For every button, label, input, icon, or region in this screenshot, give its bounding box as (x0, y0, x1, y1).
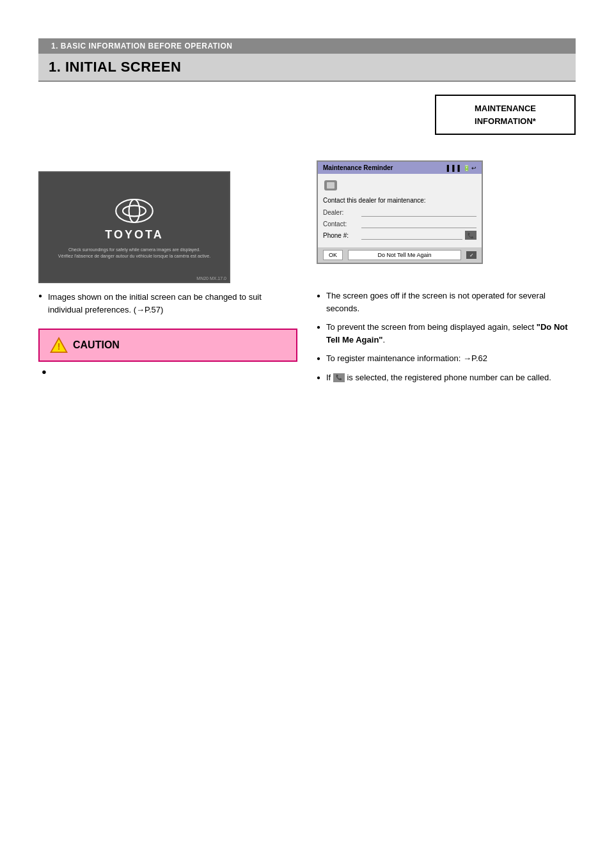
right-bullet-3: To register maintenance information: →P.… (317, 352, 576, 365)
content-area: TOYOTA Check surroundings for safety whi… (38, 95, 576, 384)
right-bullet-4: If 📞 is selected, the registered phone n… (317, 371, 576, 384)
maintenance-info-header: MAINTENANCE INFORMATION* (317, 95, 576, 148)
right-bullet-1: The screen goes off if the screen is not… (317, 290, 576, 314)
contact-label: Contact: (323, 221, 361, 228)
toyota-logo: TOYOTA (105, 195, 163, 242)
right-column: MAINTENANCE INFORMATION* Maintenance Rem… (317, 95, 576, 384)
svg-point-0 (116, 199, 153, 222)
right-bullet-2-suffix: . (383, 335, 386, 345)
left-bullet-text: Images shown on the initial screen can b… (38, 291, 297, 316)
caution-content: ● (38, 367, 297, 376)
caution-bullet: ● (42, 367, 47, 376)
right-bullet-4-suffix: is selected, the registered phone number… (347, 373, 551, 382)
main-title: 1. INITIAL SCREEN (49, 59, 181, 75)
phone-label: Phone #: (323, 232, 361, 239)
right-bullet-1-text: The screen goes off if the screen is not… (326, 291, 546, 313)
maint-screen-footer: OK Do Not Tell Me Again ✓ (318, 247, 482, 263)
maint-reminder-title: Maintenance Reminder (323, 164, 393, 171)
toyota-screen-safety-text2: Vérifiez l'absence de danger autour du v… (45, 253, 223, 260)
left-column: TOYOTA Check surroundings for safety whi… (38, 95, 297, 384)
maint-dealer-field: Dealer: (323, 208, 476, 217)
toyota-logo-svg (115, 195, 154, 227)
signal-bar2: ▌ (452, 165, 456, 171)
right-bullet-2: To prevent the screen from being display… (317, 321, 576, 346)
inline-phone-icon: 📞 (333, 373, 345, 382)
signal-icons: ▌ ▌ ▌ 🔋 ↩ (447, 165, 476, 171)
caution-title: CAUTION (73, 339, 120, 351)
phone-small-icon (323, 179, 338, 192)
maintenance-box: MAINTENANCE INFORMATION* (435, 95, 576, 135)
maint-screen-body: Contact this dealer for maintenance: Dea… (318, 174, 482, 247)
screen-label: MN20 MX.17.0 (196, 276, 226, 281)
dealer-value (361, 208, 476, 217)
right-bullet-3-text: To register maintenance information: →P.… (326, 353, 487, 363)
maint-phone-row: Phone #: 📞 (323, 231, 476, 240)
toyota-brand-text: TOYOTA (105, 228, 163, 242)
dealer-label: Dealer: (323, 209, 361, 216)
toyota-screen-image: TOYOTA Check surroundings for safety whi… (38, 171, 230, 283)
phone-input (361, 231, 462, 240)
right-bullet-2-prefix: To prevent the screen from being display… (326, 322, 537, 332)
battery-icon: 🔋 (463, 165, 470, 171)
maint-contact-field: Contact: (323, 219, 476, 228)
checkbox-icon[interactable]: ✓ (466, 251, 476, 259)
caution-section: ! CAUTION ● (38, 329, 297, 376)
toyota-screen-safety-text1: Check surroundings for safety while came… (56, 247, 213, 253)
right-bullet-4-prefix: If (326, 373, 333, 382)
maint-contact-title: Contact this dealer for maintenance: (323, 197, 476, 204)
maintenance-label-line2: INFORMATION* (446, 115, 564, 128)
page-wrapper: 1. BASIC INFORMATION BEFORE OPERATION 1.… (0, 38, 614, 868)
signal-bar3: ▌ (458, 165, 462, 171)
back-arrow-icon: ↩ (471, 165, 476, 171)
ok-button[interactable]: OK (323, 250, 343, 260)
svg-point-2 (129, 199, 140, 222)
maint-screen-header: Maintenance Reminder ▌ ▌ ▌ 🔋 ↩ (318, 162, 482, 174)
contact-value (361, 219, 476, 228)
svg-text:!: ! (58, 341, 61, 352)
phone-call-icon[interactable]: 📞 (465, 231, 476, 240)
section-header-text: 1. BASIC INFORMATION BEFORE OPERATION (51, 42, 232, 50)
do-not-tell-button[interactable]: Do Not Tell Me Again (348, 250, 461, 260)
svg-rect-6 (327, 182, 335, 189)
caution-triangle-icon: ! (50, 336, 68, 354)
svg-point-1 (123, 206, 146, 217)
maintenance-label-line1: MAINTENANCE (446, 102, 564, 115)
maintenance-reminder-screen: Maintenance Reminder ▌ ▌ ▌ 🔋 ↩ (317, 160, 483, 264)
main-title-bar: 1. INITIAL SCREEN (38, 54, 576, 82)
signal-bar1: ▌ (447, 165, 451, 171)
right-bullets: The screen goes off if the screen is not… (317, 283, 576, 384)
section-header: 1. BASIC INFORMATION BEFORE OPERATION (38, 38, 576, 54)
caution-box: ! CAUTION (38, 329, 297, 362)
